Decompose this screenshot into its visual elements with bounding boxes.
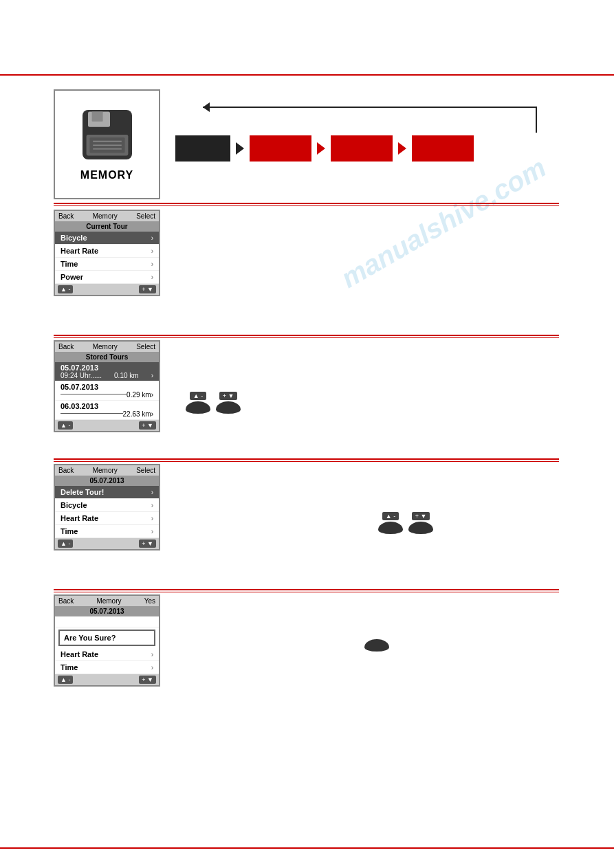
btn2-plus-down-dome bbox=[408, 522, 433, 534]
flow-box-1 bbox=[175, 135, 230, 162]
screen3-footer: ▲ - + ▼ bbox=[55, 538, 159, 549]
screen1-row-time[interactable]: Time › bbox=[55, 258, 159, 271]
screen4-row-time[interactable]: Time › bbox=[55, 661, 159, 674]
screen-stored-tours: Back Memory Select Stored Tours 05.07.20… bbox=[54, 340, 160, 432]
svg-rect-2 bbox=[91, 111, 102, 121]
screen1-heartrate-arrow: › bbox=[151, 247, 153, 255]
watermark: manualshive.com bbox=[336, 151, 552, 294]
screen4-up-minus-btn[interactable]: ▲ - bbox=[58, 676, 73, 684]
screen3-row-heartrate[interactable]: Heart Rate › bbox=[55, 512, 159, 525]
sep-line-3b bbox=[54, 461, 559, 462]
screen1-time-label: Time bbox=[61, 260, 78, 268]
screen3-title: 05.07.2013 bbox=[55, 476, 159, 486]
screen4-heartrate-arrow: › bbox=[151, 651, 153, 658]
screen1-time-arrow: › bbox=[151, 260, 153, 268]
screen4-yes[interactable]: Yes bbox=[144, 597, 155, 605]
flow-arrowhead bbox=[203, 102, 210, 112]
screen1-power-label: Power bbox=[61, 273, 83, 281]
screen3-row-time[interactable]: Time › bbox=[55, 525, 159, 538]
flow-box-2 bbox=[250, 135, 311, 162]
screen3-row-delete[interactable]: Delete Tour! › bbox=[55, 486, 159, 499]
screen4-header: Back Memory Yes bbox=[55, 596, 159, 606]
bottom-red-line bbox=[0, 847, 614, 849]
screen3-bicycle-label: Bicycle bbox=[61, 501, 87, 509]
button-illustration-1: ▲ - + ▼ bbox=[186, 392, 241, 414]
screen2-tour2-detail: 0.29 km › bbox=[61, 391, 153, 399]
screen1-back[interactable]: Back bbox=[58, 212, 74, 220]
screen1-row-bicycle[interactable]: Bicycle › bbox=[55, 232, 159, 245]
screen4-footer: ▲ - + ▼ bbox=[55, 674, 159, 685]
screen1-select[interactable]: Select bbox=[136, 212, 155, 220]
screen2-up-minus-btn[interactable]: ▲ - bbox=[58, 421, 73, 430]
screen-delete-tour: Back Memory Select 05.07.2013 Delete Tou… bbox=[54, 464, 160, 550]
screen2-select[interactable]: Select bbox=[136, 343, 155, 350]
screen2-nav-right[interactable]: + ▼ bbox=[139, 421, 156, 430]
screen3-up-minus-btn[interactable]: ▲ - bbox=[58, 539, 73, 548]
screen4-nav-right[interactable]: + ▼ bbox=[139, 676, 156, 684]
btn-plus-down-dome bbox=[216, 401, 241, 414]
screen3-plus-down-btn[interactable]: + ▼ bbox=[139, 539, 156, 548]
btn2-plus-down-label: + ▼ bbox=[412, 512, 430, 520]
screen1-plus-down-btn[interactable]: + ▼ bbox=[139, 285, 156, 293]
screen4-row-heartrate[interactable]: Heart Rate › bbox=[55, 648, 159, 661]
flow-box-4 bbox=[412, 135, 474, 162]
screen1-header: Back Memory Select bbox=[55, 211, 159, 221]
screen4-memory[interactable]: Memory bbox=[96, 597, 121, 605]
sep-line-3a bbox=[54, 458, 559, 460]
screen3-nav-left[interactable]: ▲ - bbox=[58, 539, 73, 548]
screen2-tour1[interactable]: 05.07.2013 09:24 Uhr...... 0.10 km › bbox=[55, 362, 159, 381]
screen4-nav-left[interactable]: ▲ - bbox=[58, 676, 73, 684]
screen4-gray-hint bbox=[55, 616, 159, 627]
screen1-title: Current Tour bbox=[55, 221, 159, 232]
btn-up-minus-dome bbox=[186, 401, 210, 414]
sep-line-1b bbox=[54, 205, 559, 206]
screen3-back[interactable]: Back bbox=[58, 467, 74, 474]
flow-diagram bbox=[175, 100, 559, 168]
screen3-nav-right[interactable]: + ▼ bbox=[139, 539, 156, 548]
screen3-time-label: Time bbox=[61, 527, 78, 535]
screen2-tour1-date: 05.07.2013 bbox=[61, 364, 153, 372]
screen1-nav-right[interactable]: + ▼ bbox=[139, 285, 156, 293]
screen3-heartrate-label: Heart Rate bbox=[61, 514, 98, 522]
flow-boxes bbox=[175, 135, 474, 162]
screen2-footer: ▲ - + ▼ bbox=[55, 420, 159, 431]
flow-arrow-2 bbox=[317, 142, 325, 155]
screen1-row-power[interactable]: Power › bbox=[55, 271, 159, 284]
screen3-memory[interactable]: Memory bbox=[93, 467, 118, 474]
flow-box-3 bbox=[331, 135, 393, 162]
memory-icon-box: MEMORY bbox=[54, 89, 160, 199]
screen1-up-minus-btn[interactable]: ▲ - bbox=[58, 285, 73, 293]
screen1-memory[interactable]: Memory bbox=[93, 212, 118, 220]
screen1-power-arrow: › bbox=[151, 274, 153, 281]
top-red-line bbox=[0, 74, 614, 76]
flow-arrow-1 bbox=[236, 142, 244, 155]
screen-are-you-sure: Back Memory Yes 05.07.2013 Are You Sure?… bbox=[54, 594, 160, 687]
btn-plus-down-label: + ▼ bbox=[219, 392, 238, 400]
screen-current-tour: Back Memory Select Current Tour Bicycle … bbox=[54, 210, 160, 296]
button-illustration-2: ▲ - + ▼ bbox=[378, 512, 433, 534]
screen2-nav-left[interactable]: ▲ - bbox=[58, 421, 73, 430]
btn2-up-minus-label: ▲ - bbox=[382, 512, 399, 520]
screen1-heartrate-label: Heart Rate bbox=[61, 247, 98, 255]
sep-line-2a bbox=[54, 335, 559, 336]
screen4-back[interactable]: Back bbox=[58, 597, 74, 605]
sep-line-1a bbox=[54, 203, 559, 204]
flow-arrow-line bbox=[203, 107, 537, 108]
screen2-memory[interactable]: Memory bbox=[93, 343, 118, 350]
screen1-row-heartrate[interactable]: Heart Rate › bbox=[55, 245, 159, 258]
screen2-tour2-date: 05.07.2013 bbox=[61, 383, 153, 391]
screen2-back[interactable]: Back bbox=[58, 343, 74, 350]
screen2-title: Stored Tours bbox=[55, 352, 159, 362]
btn2-up-minus-dome bbox=[378, 522, 403, 534]
screen2-tour1-detail: 09:24 Uhr...... 0.10 km › bbox=[61, 372, 153, 379]
screen1-bicycle-label: Bicycle bbox=[61, 234, 87, 242]
screen2-tour2[interactable]: 05.07.2013 0.29 km › bbox=[55, 381, 159, 401]
screen3-row-bicycle[interactable]: Bicycle › bbox=[55, 499, 159, 512]
screen2-plus-down-btn[interactable]: + ▼ bbox=[139, 421, 156, 430]
screen2-tour3[interactable]: 06.03.2013 22.63 km › bbox=[55, 401, 159, 420]
screen4-plus-down-btn[interactable]: + ▼ bbox=[139, 676, 156, 684]
screen3-select[interactable]: Select bbox=[136, 467, 155, 474]
screen1-nav-left[interactable]: ▲ - bbox=[58, 285, 73, 293]
screen3-delete-arrow: › bbox=[151, 489, 153, 496]
confirm-dialog: Are You Sure? bbox=[58, 630, 155, 646]
